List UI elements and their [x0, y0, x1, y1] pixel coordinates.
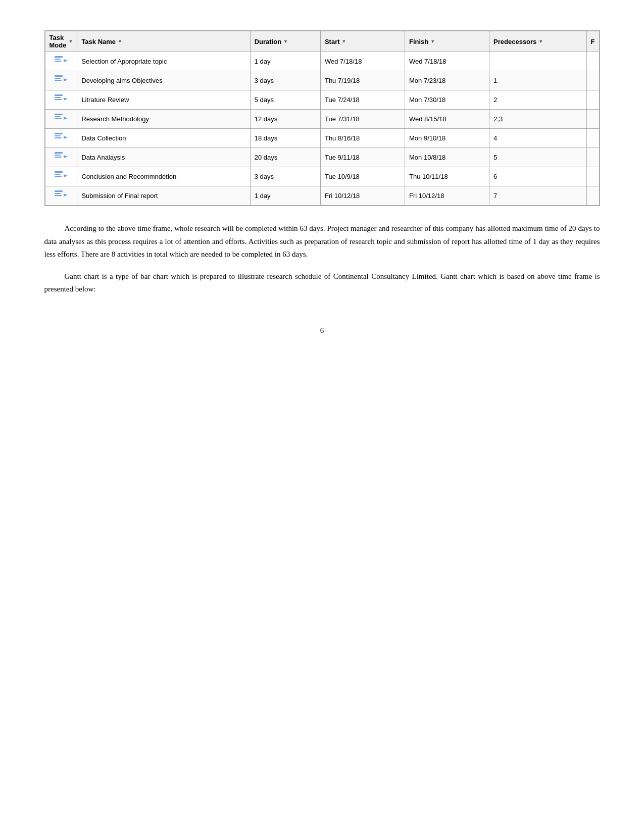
extra-cell: [586, 148, 599, 167]
task-name-cell: Data Analaysis: [77, 148, 250, 167]
col-task-name-label: Task Name: [81, 38, 116, 45]
table-row: Data Collection18 daysThu 8/16/18Mon 9/1…: [45, 129, 599, 148]
task-name-cell: Data Collection: [77, 129, 250, 148]
svg-marker-19: [64, 136, 68, 139]
task-name-cell: Developing aims Objectives: [77, 71, 250, 90]
duration-cell: 18 days: [250, 129, 320, 148]
svg-marker-3: [64, 59, 68, 62]
svg-rect-4: [55, 75, 63, 77]
col-duration-label: Duration: [255, 38, 281, 45]
finish-cell: Wed 7/18/18: [405, 52, 489, 71]
task-name-cell: Selection of Appropriate topic: [77, 52, 250, 71]
start-cell: Tue 9/11/18: [320, 148, 405, 167]
task-mode-cell: [45, 71, 77, 90]
svg-rect-26: [55, 176, 62, 177]
task-mode-cell: [45, 186, 77, 206]
col-start-label: Start: [325, 38, 340, 45]
svg-marker-11: [64, 97, 68, 101]
table-row: Data Analaysis20 daysTue 9/11/18Mon 10/8…: [45, 148, 599, 167]
svg-marker-7: [64, 78, 68, 81]
extra-cell: [586, 167, 599, 186]
extra-cell: [586, 186, 599, 206]
col-finish[interactable]: Finish ▼: [405, 31, 489, 52]
svg-rect-6: [55, 80, 62, 81]
finish-cell: Fri 10/12/18: [405, 186, 489, 206]
col-task-mode-label: TaskMode: [49, 34, 67, 49]
predecessors-cell: 2: [489, 90, 586, 110]
duration-cell: 12 days: [250, 110, 320, 129]
task-mode-cell: [45, 167, 77, 186]
task-mode-icon: [54, 189, 69, 201]
task-mode-icon: [54, 132, 69, 143]
table-row: Conclusion and Recommndetion3 daysTue 10…: [45, 167, 599, 186]
col-task-name[interactable]: Task Name ▼: [77, 31, 250, 52]
duration-arrow-icon[interactable]: ▼: [283, 39, 288, 44]
col-task-mode[interactable]: TaskMode ▼: [45, 31, 77, 52]
predecessors-cell: 7: [489, 186, 586, 206]
page-content: TaskMode ▼ Task Name ▼ Duration ▼: [44, 30, 600, 335]
col-finish-label: Finish: [409, 38, 428, 45]
gantt-table: TaskMode ▼ Task Name ▼ Duration ▼: [45, 31, 600, 206]
svg-rect-12: [55, 114, 63, 115]
svg-rect-0: [55, 56, 63, 58]
table-row: Submission of Final report1 dayFri 10/12…: [45, 186, 599, 206]
task-mode-cell: [45, 52, 77, 71]
table-header-row: TaskMode ▼ Task Name ▼ Duration ▼: [45, 31, 599, 52]
svg-rect-16: [55, 133, 63, 134]
finish-arrow-icon[interactable]: ▼: [430, 39, 435, 44]
task-name-cell: Research Methodology: [77, 110, 250, 129]
svg-rect-10: [55, 99, 62, 100]
paragraph-1: According to the above time frame, whole…: [44, 222, 600, 261]
task-mode-icon: [54, 55, 69, 66]
task-mode-icon: [54, 113, 69, 124]
svg-rect-2: [55, 61, 62, 62]
extra-cell: [586, 110, 599, 129]
svg-marker-27: [64, 174, 68, 177]
start-cell: Wed 7/18/18: [320, 52, 405, 71]
predecessors-arrow-icon[interactable]: ▼: [538, 39, 543, 44]
task-mode-arrow-icon[interactable]: ▼: [68, 39, 73, 44]
svg-rect-13: [55, 116, 61, 117]
start-cell: Thu 7/19/18: [320, 71, 405, 90]
svg-rect-29: [55, 193, 61, 194]
svg-rect-14: [55, 118, 62, 119]
task-mode-cell: [45, 110, 77, 129]
table-row: Developing aims Objectives3 daysThu 7/19…: [45, 71, 599, 90]
start-cell: Fri 10/12/18: [320, 186, 405, 206]
duration-cell: 3 days: [250, 71, 320, 90]
task-name-cell: Submission of Final report: [77, 186, 250, 206]
svg-rect-17: [55, 135, 61, 136]
predecessors-cell: 1: [489, 71, 586, 90]
col-predecessors[interactable]: Predecessors ▼: [489, 31, 586, 52]
svg-rect-28: [55, 190, 63, 192]
duration-cell: 1 day: [250, 186, 320, 206]
start-cell: Tue 7/24/18: [320, 90, 405, 110]
start-arrow-icon[interactable]: ▼: [342, 39, 346, 44]
table-row: Litrature Review5 daysTue 7/24/18Mon 7/3…: [45, 90, 599, 110]
task-name-arrow-icon[interactable]: ▼: [118, 39, 122, 44]
extra-cell: [586, 129, 599, 148]
task-mode-icon: [54, 170, 69, 181]
finish-cell: Thu 10/11/18: [405, 167, 489, 186]
svg-rect-25: [55, 174, 61, 175]
task-mode-cell: [45, 148, 77, 167]
task-mode-cell: [45, 90, 77, 110]
predecessors-cell: 2,3: [489, 110, 586, 129]
task-mode-icon: [54, 93, 69, 105]
svg-rect-30: [55, 195, 62, 196]
extra-cell: [586, 71, 599, 90]
col-start[interactable]: Start ▼: [320, 31, 405, 52]
start-cell: Thu 8/16/18: [320, 129, 405, 148]
start-cell: Tue 10/9/18: [320, 167, 405, 186]
predecessors-cell: 4: [489, 129, 586, 148]
duration-cell: 3 days: [250, 167, 320, 186]
task-name-cell: Litrature Review: [77, 90, 250, 110]
task-mode-cell: [45, 129, 77, 148]
svg-marker-23: [64, 155, 68, 158]
finish-cell: Mon 10/8/18: [405, 148, 489, 167]
start-cell: Tue 7/31/18: [320, 110, 405, 129]
col-duration[interactable]: Duration ▼: [250, 31, 320, 52]
svg-rect-20: [55, 152, 63, 154]
svg-rect-22: [55, 157, 62, 158]
col-extra: F: [586, 31, 599, 52]
